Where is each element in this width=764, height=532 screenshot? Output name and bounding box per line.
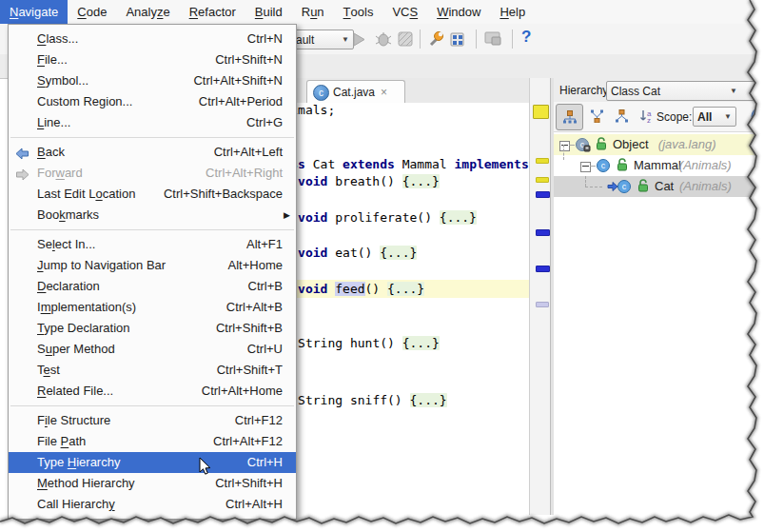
tree-expander[interactable] bbox=[580, 162, 591, 172]
public-lock-icon bbox=[637, 179, 649, 192]
coverage-icon[interactable] bbox=[398, 31, 413, 47]
menu-item-file-structure[interactable]: File StructureCtrl+F12 bbox=[9, 410, 296, 431]
menu-item-label: Select In... bbox=[37, 234, 95, 255]
menu-item-label: Declaration bbox=[37, 276, 100, 297]
menu-item-shortcut: Ctrl+Shift+B bbox=[216, 318, 283, 339]
menubar-item-analyze[interactable]: Analyze bbox=[116, 0, 179, 24]
menu-item-label: Super Method bbox=[37, 339, 115, 360]
menu-item-test[interactable]: TestCtrl+Shift+T bbox=[9, 360, 296, 381]
menu-item-label: Type Declaration bbox=[37, 318, 130, 339]
menu-item-forward[interactable]: ForwardCtrl+Alt+Right bbox=[9, 163, 296, 184]
sort-alphabetically-button[interactable]: az bbox=[634, 104, 659, 128]
hierarchy-class-select[interactable]: Class Cat ▼ bbox=[606, 81, 758, 101]
menu-item-back[interactable]: BackCtrl+Alt+Left bbox=[9, 142, 296, 163]
menu-item-custom-region[interactable]: Custom Region...Ctrl+Alt+Period bbox=[9, 91, 296, 112]
menubar-item-navigate[interactable]: Navigate bbox=[0, 0, 68, 24]
stripe-marker[interactable] bbox=[536, 158, 549, 164]
subtypes-hierarchy-button[interactable] bbox=[609, 104, 635, 128]
supertypes-hierarchy-button[interactable] bbox=[584, 104, 610, 128]
restore-layout-icon[interactable] bbox=[484, 31, 502, 46]
menu-item-label: Last Edit Location bbox=[37, 184, 135, 205]
close-icon[interactable]: × bbox=[381, 86, 387, 99]
scope-value: All bbox=[697, 110, 712, 124]
menubar-item-vcs[interactable]: VCS bbox=[382, 0, 427, 24]
menu-item-class[interactable]: Class...Ctrl+N bbox=[9, 29, 296, 49]
menu-item-shortcut: Ctrl+Alt+H bbox=[225, 494, 283, 515]
submenu-arrow-icon: ▶ bbox=[284, 205, 290, 226]
stripe-marker[interactable] bbox=[536, 302, 549, 307]
menu-item-select-in[interactable]: Select In...Alt+F1 bbox=[9, 234, 296, 255]
stripe-marker[interactable] bbox=[533, 105, 549, 119]
help-icon[interactable] bbox=[749, 107, 764, 126]
hierarchy-tree[interactable]: cObject(java.lang)cMammal(Animals)cCat(A… bbox=[554, 132, 764, 515]
public-lock-icon bbox=[617, 158, 628, 174]
menu-item-shortcut: Ctrl+Alt+F12 bbox=[213, 431, 283, 452]
menu-item-related-file[interactable]: Related File...Ctrl+Alt+Home bbox=[9, 381, 296, 402]
sort-alpha-icon: az bbox=[639, 109, 655, 124]
menu-item-shortcut: Ctrl+Shift+Backspace bbox=[164, 184, 283, 205]
class-hierarchy-button[interactable] bbox=[556, 104, 583, 130]
stripe-marker[interactable] bbox=[536, 177, 549, 183]
navigate-menu: Class...Ctrl+NFile...Ctrl+Shift+NSymbol.… bbox=[8, 24, 297, 520]
menu-item-line[interactable]: Line...Ctrl+G bbox=[9, 112, 296, 133]
tree-row-cat[interactable]: cCat(Animals) bbox=[554, 176, 764, 197]
debug-icon[interactable] bbox=[375, 31, 392, 47]
menu-item-file-path[interactable]: File PathCtrl+Alt+F12 bbox=[9, 431, 296, 452]
menu-item-shortcut: Ctrl+Alt+Right bbox=[206, 163, 283, 184]
tree-node-name: Mammal bbox=[634, 158, 681, 172]
menu-item-label: Back bbox=[37, 142, 65, 163]
error-stripe[interactable] bbox=[529, 78, 551, 515]
menu-item-implementation-s[interactable]: Implementation(s)Ctrl+Alt+B bbox=[9, 297, 296, 318]
tree-expander[interactable] bbox=[559, 141, 570, 151]
menu-item-label: Test bbox=[37, 360, 60, 381]
class-icon: c bbox=[575, 137, 591, 155]
help-icon[interactable]: ? bbox=[521, 28, 531, 47]
tree-row-object[interactable]: cObject(java.lang) bbox=[554, 134, 764, 155]
menu-item-shortcut: Ctrl+G bbox=[246, 112, 283, 133]
public-lock-icon bbox=[637, 179, 649, 195]
menu-item-declaration[interactable]: DeclarationCtrl+B bbox=[9, 276, 296, 297]
hierarchy-panel: Hierarchy: Class Cat ▼ az Scope: All ▼ c… bbox=[554, 78, 764, 515]
menu-item-super-method[interactable]: Super MethodCtrl+U bbox=[9, 339, 296, 360]
menu-item-shortcut: Ctrl+Shift+T bbox=[217, 360, 283, 381]
menu-item-type-hierarchy[interactable]: Type HierarchyCtrl+H bbox=[9, 452, 296, 473]
menubar-item-window[interactable]: Window bbox=[427, 0, 490, 24]
menubar-item-run[interactable]: Run bbox=[292, 0, 334, 24]
menu-item-shortcut: Ctrl+Alt+B bbox=[226, 297, 283, 318]
project-structure-icon[interactable] bbox=[450, 30, 468, 48]
settings-wrench-icon[interactable] bbox=[427, 30, 445, 48]
menu-item-shortcut: Alt+F1 bbox=[246, 234, 283, 255]
menubar-item-tools[interactable]: Tools bbox=[334, 0, 383, 24]
menubar-item-code[interactable]: Code bbox=[68, 0, 116, 24]
stripe-marker[interactable] bbox=[536, 229, 550, 236]
menu-item-bookmarks[interactable]: Bookmarks▶ bbox=[9, 205, 296, 226]
menu-item-call-hierarchy[interactable]: Call HierarchyCtrl+Alt+H bbox=[9, 494, 296, 515]
menu-item-type-declaration[interactable]: Type DeclarationCtrl+Shift+B bbox=[9, 318, 296, 339]
menu-item-label: Call Hierarchy bbox=[37, 494, 115, 515]
run-icon[interactable] bbox=[352, 32, 366, 47]
chevron-down-icon: ▼ bbox=[719, 112, 732, 121]
menubar-item-refactor[interactable]: Refactor bbox=[180, 0, 245, 24]
menubar-item-build[interactable]: Build bbox=[245, 0, 292, 24]
menu-item-last-edit-location[interactable]: Last Edit LocationCtrl+Shift+Backspace bbox=[9, 184, 296, 205]
menu-item-label: Type Hierarchy bbox=[37, 452, 120, 473]
menu-item-method-hierarchy[interactable]: Method HierarchyCtrl+Shift+H bbox=[9, 473, 296, 494]
scope-select[interactable]: All ▼ bbox=[693, 107, 736, 127]
menu-item-file[interactable]: File...Ctrl+Shift+N bbox=[9, 49, 296, 70]
menu-item-symbol[interactable]: Symbol...Ctrl+Alt+Shift+N bbox=[9, 70, 296, 91]
menu-item-label: Custom Region... bbox=[37, 91, 132, 112]
menu-item-shortcut: Ctrl+F12 bbox=[235, 410, 283, 431]
menu-item-jump-to-navigation-bar[interactable]: Jump to Navigation BarAlt+Home bbox=[9, 255, 296, 276]
svg-text:z: z bbox=[647, 116, 651, 124]
menu-separator bbox=[9, 402, 296, 410]
menu-item-shortcut: Ctrl+Alt+Home bbox=[202, 381, 283, 402]
tree-row-mammal[interactable]: cMammal(Animals) bbox=[554, 155, 764, 176]
scope-label: Scope: bbox=[656, 110, 692, 124]
mouse-cursor bbox=[199, 458, 212, 477]
menubar-item-help[interactable]: Help bbox=[490, 0, 535, 24]
stripe-marker[interactable] bbox=[536, 191, 550, 198]
tab-cat-java[interactable]: c Cat.java × bbox=[306, 80, 405, 104]
class-icon: c bbox=[617, 179, 633, 194]
tab-label: Cat.java bbox=[333, 86, 375, 99]
stripe-marker[interactable] bbox=[536, 266, 550, 272]
